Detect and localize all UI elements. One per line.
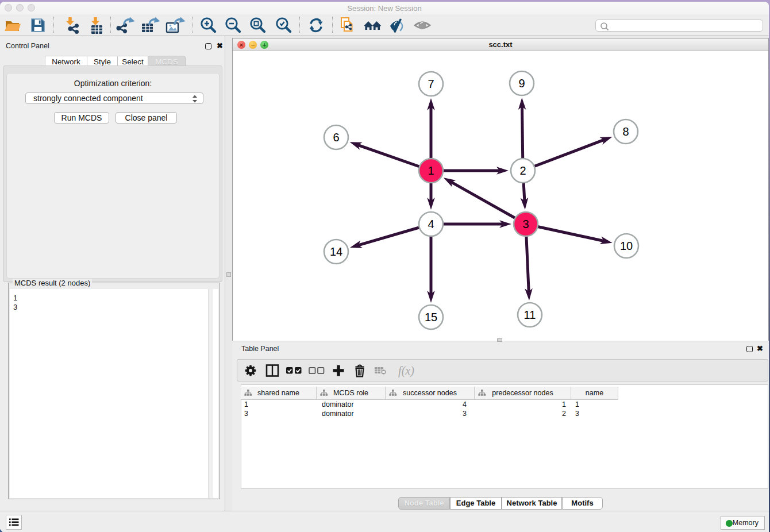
svg-text:11: 11 [524, 309, 536, 321]
svg-text:4: 4 [428, 218, 434, 230]
svg-text:9: 9 [518, 77, 525, 90]
svg-text:15: 15 [425, 311, 437, 323]
svg-text:8: 8 [622, 125, 629, 138]
svg-text:14: 14 [330, 245, 342, 258]
svg-text:10: 10 [620, 240, 633, 252]
svg-text:3: 3 [522, 218, 529, 230]
svg-text:6: 6 [333, 131, 339, 144]
svg-text:7: 7 [428, 78, 434, 90]
svg-text:2: 2 [519, 164, 526, 177]
svg-text:1: 1 [428, 164, 434, 177]
